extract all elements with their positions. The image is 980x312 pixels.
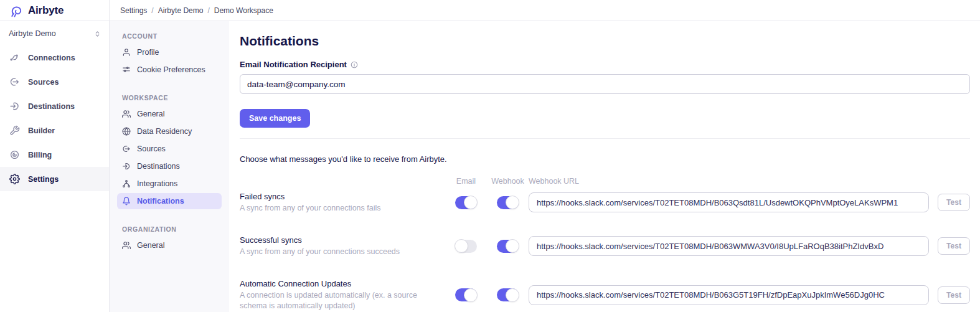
save-changes-button[interactable]: Save changes xyxy=(240,109,310,128)
destination-circle-arrow-icon xyxy=(122,162,131,171)
sidebar-item-sources[interactable]: Sources xyxy=(0,70,109,94)
connections-icon xyxy=(9,52,20,63)
subnav-item-profile[interactable]: Profile xyxy=(117,44,222,60)
topbar-logo-area: Airbyte xyxy=(0,0,110,21)
subnav-item-general-organization[interactable]: General xyxy=(117,237,222,253)
notifications-description: Choose what messages you'd like to recei… xyxy=(240,154,970,164)
breadcrumb: Settings / Airbyte Demo / Demo Workspace xyxy=(120,6,273,15)
webhook-toggle[interactable] xyxy=(497,196,519,209)
breadcrumb-separator: / xyxy=(151,6,153,15)
row-title: Automatic Connection Updates xyxy=(240,279,445,288)
subnav-item-label: General xyxy=(137,110,164,118)
webhook-url-input[interactable] xyxy=(529,236,929,256)
breadcrumb-current[interactable]: Demo Workspace xyxy=(214,6,273,15)
workspace-selector[interactable]: Airbyte Demo xyxy=(0,21,109,45)
sidebar-item-settings[interactable]: Settings xyxy=(0,167,109,191)
email-toggle[interactable] xyxy=(455,240,477,253)
topbar: Settings / Airbyte Demo / Demo Workspace xyxy=(110,0,980,21)
test-webhook-button[interactable]: Test xyxy=(938,194,970,211)
webhook-url-column-header: Webhook URL xyxy=(529,177,929,186)
sidebar-item-label: Builder xyxy=(28,126,55,135)
sidebar-item-label: Destinations xyxy=(28,102,75,111)
page-title: Notifications xyxy=(240,34,970,49)
test-webhook-button[interactable]: Test xyxy=(938,286,970,304)
toggle-knob xyxy=(506,239,519,253)
subnav-item-notifications[interactable]: Notifications xyxy=(117,193,222,209)
toggle-knob xyxy=(506,288,519,302)
row-subtitle: A connection is updated automatically (e… xyxy=(240,290,445,311)
notifications-table-header: Email Webhook Webhook URL xyxy=(240,177,970,186)
subnav-item-label: Profile xyxy=(137,48,159,57)
subnav-section-account: ACCOUNT xyxy=(117,32,222,40)
globe-icon xyxy=(122,127,131,136)
sidebar-item-label: Billing xyxy=(28,151,52,159)
row-text: Failed syncs A sync from any of your con… xyxy=(240,192,445,214)
sidebar-item-label: Sources xyxy=(28,78,59,87)
email-recipient-label: Email Notification Recipient xyxy=(240,60,347,69)
chevron-up-down-icon xyxy=(93,30,101,38)
coin-icon xyxy=(9,149,20,160)
subnav-section-organization: ORGANIZATION xyxy=(117,225,222,233)
webhook-url-input[interactable] xyxy=(529,285,929,305)
source-circle-arrow-icon xyxy=(9,77,20,87)
branch-icon xyxy=(122,179,131,188)
users-icon xyxy=(122,110,131,118)
subnav-item-label: Sources xyxy=(137,144,166,153)
webhook-column-header: Webhook xyxy=(487,177,529,186)
row-subtitle: A sync from any of your connections succ… xyxy=(240,247,445,257)
breadcrumb-workspace[interactable]: Airbyte Demo xyxy=(158,6,204,15)
subnav-section-workspace: WORKSPACE xyxy=(117,94,222,102)
airbyte-octopus-icon xyxy=(9,3,24,18)
destination-circle-arrow-icon xyxy=(9,101,20,111)
main-sidebar: Airbyte Demo Connections xyxy=(0,21,110,312)
email-toggle[interactable] xyxy=(455,196,477,209)
toggle-knob xyxy=(455,239,468,253)
workspace-name: Airbyte Demo xyxy=(9,29,56,38)
row-subtitle: A sync from any of your connections fail… xyxy=(240,203,445,214)
subnav-item-cookie-preferences[interactable]: Cookie Preferences xyxy=(117,62,222,78)
subnav-item-sources[interactable]: Sources xyxy=(117,141,222,157)
row-title: Failed syncs xyxy=(240,192,445,201)
subnav-item-label: Destinations xyxy=(137,162,180,171)
sidebar-item-billing[interactable]: Billing xyxy=(0,143,109,167)
users-icon xyxy=(122,241,131,250)
sidebar-item-label: Connections xyxy=(28,54,75,62)
subnav-item-label: Notifications xyxy=(137,197,184,206)
brand-name: Airbyte xyxy=(28,4,64,17)
webhook-toggle[interactable] xyxy=(497,240,519,253)
subnav-item-label: Integrations xyxy=(137,179,177,188)
row-title: Successful syncs xyxy=(240,235,445,245)
test-webhook-button[interactable]: Test xyxy=(938,237,970,255)
wrench-icon xyxy=(9,125,20,136)
info-circle-icon[interactable] xyxy=(351,61,358,69)
toggle-knob xyxy=(464,288,478,302)
row-text: Successful syncs A sync from any of your… xyxy=(240,235,445,257)
sidebar-item-destinations[interactable]: Destinations xyxy=(0,94,109,118)
subnav-item-destinations[interactable]: Destinations xyxy=(117,158,222,174)
email-toggle[interactable] xyxy=(455,288,477,301)
breadcrumb-settings[interactable]: Settings xyxy=(120,6,147,15)
main-content: Notifications Email Notification Recipie… xyxy=(229,21,980,312)
subnav-item-data-residency[interactable]: Data Residency xyxy=(117,123,222,139)
sidebar-item-builder[interactable]: Builder xyxy=(0,118,109,143)
bell-icon xyxy=(122,197,131,206)
webhook-toggle[interactable] xyxy=(497,288,519,301)
subnav-item-label: Data Residency xyxy=(137,127,192,136)
subnav-item-integrations[interactable]: Integrations xyxy=(117,176,222,192)
email-column-header: Email xyxy=(445,177,487,186)
toggle-knob xyxy=(464,196,478,209)
app-window: Airbyte Settings / Airbyte Demo / Demo W… xyxy=(0,0,980,312)
sliders-icon xyxy=(122,65,131,74)
email-recipient-input[interactable] xyxy=(240,74,970,94)
webhook-url-input[interactable] xyxy=(529,192,929,212)
airbyte-logo[interactable]: Airbyte xyxy=(9,3,64,18)
sidebar-nav: Connections Sources Dest xyxy=(0,45,109,191)
user-icon xyxy=(122,48,131,57)
email-recipient-label-row: Email Notification Recipient xyxy=(240,60,970,69)
toggle-knob xyxy=(506,196,519,209)
sidebar-item-label: Settings xyxy=(28,175,59,184)
settings-subnav: ACCOUNT Profile Cookie Preferences WORKS… xyxy=(110,21,229,312)
source-circle-arrow-icon xyxy=(122,144,131,153)
sidebar-item-connections[interactable]: Connections xyxy=(0,45,109,70)
subnav-item-general-workspace[interactable]: General xyxy=(117,106,222,122)
